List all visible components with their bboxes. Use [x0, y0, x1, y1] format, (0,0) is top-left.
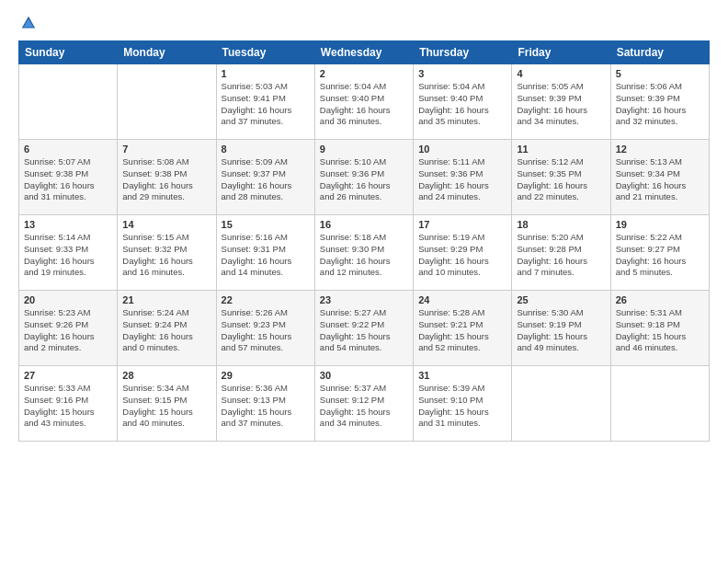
day-detail: Sunrise: 5:14 AM Sunset: 9:33 PM Dayligh… [24, 232, 112, 279]
day-detail: Sunrise: 5:13 AM Sunset: 9:34 PM Dayligh… [616, 156, 704, 203]
day-cell [610, 366, 709, 442]
day-cell: 7Sunrise: 5:08 AM Sunset: 9:38 PM Daylig… [118, 140, 216, 215]
day-cell: 5Sunrise: 5:06 AM Sunset: 9:39 PM Daylig… [610, 64, 709, 140]
week-row-4: 20Sunrise: 5:23 AM Sunset: 9:26 PM Dayli… [19, 291, 710, 366]
day-cell: 31Sunrise: 5:39 AM Sunset: 9:10 PM Dayli… [414, 366, 512, 442]
day-detail: Sunrise: 5:26 AM Sunset: 9:23 PM Dayligh… [222, 307, 310, 354]
day-number: 24 [418, 294, 506, 305]
day-number: 17 [418, 219, 506, 230]
day-detail: Sunrise: 5:07 AM Sunset: 9:38 PM Dayligh… [24, 156, 112, 203]
day-cell: 6Sunrise: 5:07 AM Sunset: 9:38 PM Daylig… [19, 140, 118, 215]
week-row-2: 6Sunrise: 5:07 AM Sunset: 9:38 PM Daylig… [19, 140, 710, 215]
day-number: 4 [517, 68, 605, 79]
day-cell: 8Sunrise: 5:09 AM Sunset: 9:37 PM Daylig… [216, 140, 314, 215]
day-number: 9 [320, 144, 408, 155]
day-cell: 17Sunrise: 5:19 AM Sunset: 9:29 PM Dayli… [414, 215, 512, 291]
day-detail: Sunrise: 5:06 AM Sunset: 9:39 PM Dayligh… [616, 81, 704, 128]
day-detail: Sunrise: 5:27 AM Sunset: 9:22 PM Dayligh… [320, 307, 408, 354]
day-detail: Sunrise: 5:24 AM Sunset: 9:24 PM Dayligh… [122, 307, 210, 354]
day-detail: Sunrise: 5:03 AM Sunset: 9:41 PM Dayligh… [222, 81, 310, 128]
day-cell: 20Sunrise: 5:23 AM Sunset: 9:26 PM Dayli… [19, 291, 118, 366]
day-number: 25 [517, 294, 605, 305]
day-number: 2 [320, 68, 408, 79]
day-number: 12 [616, 144, 704, 155]
day-number: 13 [24, 219, 112, 230]
day-cell: 15Sunrise: 5:16 AM Sunset: 9:31 PM Dayli… [216, 215, 314, 291]
weekday-header-sunday: Sunday [19, 41, 118, 64]
day-detail: Sunrise: 5:28 AM Sunset: 9:21 PM Dayligh… [418, 307, 506, 354]
day-number: 7 [122, 144, 210, 155]
week-row-1: 1Sunrise: 5:03 AM Sunset: 9:41 PM Daylig… [19, 64, 710, 140]
day-number: 15 [222, 219, 310, 230]
page: SundayMondayTuesdayWednesdayThursdayFrid… [0, 0, 728, 563]
day-cell: 1Sunrise: 5:03 AM Sunset: 9:41 PM Daylig… [216, 64, 314, 140]
day-cell: 29Sunrise: 5:36 AM Sunset: 9:13 PM Dayli… [216, 366, 314, 442]
day-number: 8 [222, 144, 310, 155]
day-cell: 9Sunrise: 5:10 AM Sunset: 9:36 PM Daylig… [314, 140, 413, 215]
day-number: 22 [222, 294, 310, 305]
day-number: 20 [24, 294, 112, 305]
calendar-table: SundayMondayTuesdayWednesdayThursdayFrid… [18, 40, 710, 442]
day-detail: Sunrise: 5:30 AM Sunset: 9:19 PM Dayligh… [517, 307, 605, 354]
day-number: 14 [122, 219, 210, 230]
day-detail: Sunrise: 5:18 AM Sunset: 9:30 PM Dayligh… [320, 232, 408, 279]
day-number: 31 [418, 370, 506, 381]
day-detail: Sunrise: 5:04 AM Sunset: 9:40 PM Dayligh… [418, 81, 506, 128]
day-detail: Sunrise: 5:11 AM Sunset: 9:36 PM Dayligh… [418, 156, 506, 203]
weekday-header-friday: Friday [512, 41, 610, 64]
day-cell: 24Sunrise: 5:28 AM Sunset: 9:21 PM Dayli… [414, 291, 512, 366]
day-cell [512, 366, 610, 442]
day-number: 16 [320, 219, 408, 230]
day-cell: 16Sunrise: 5:18 AM Sunset: 9:30 PM Dayli… [314, 215, 413, 291]
weekday-header-saturday: Saturday [610, 41, 709, 64]
week-row-5: 27Sunrise: 5:33 AM Sunset: 9:16 PM Dayli… [19, 366, 710, 442]
day-number: 10 [418, 144, 506, 155]
day-detail: Sunrise: 5:05 AM Sunset: 9:39 PM Dayligh… [517, 81, 605, 128]
day-detail: Sunrise: 5:12 AM Sunset: 9:35 PM Dayligh… [517, 156, 605, 203]
day-number: 28 [122, 370, 210, 381]
week-row-3: 13Sunrise: 5:14 AM Sunset: 9:33 PM Dayli… [19, 215, 710, 291]
day-cell: 3Sunrise: 5:04 AM Sunset: 9:40 PM Daylig… [414, 64, 512, 140]
day-detail: Sunrise: 5:16 AM Sunset: 9:31 PM Dayligh… [222, 232, 310, 279]
day-number: 6 [24, 144, 112, 155]
day-cell: 12Sunrise: 5:13 AM Sunset: 9:34 PM Dayli… [610, 140, 709, 215]
weekday-header-thursday: Thursday [414, 41, 512, 64]
day-cell: 18Sunrise: 5:20 AM Sunset: 9:28 PM Dayli… [512, 215, 610, 291]
day-cell: 14Sunrise: 5:15 AM Sunset: 9:32 PM Dayli… [118, 215, 216, 291]
day-number: 21 [122, 294, 210, 305]
day-cell [19, 64, 118, 140]
day-number: 1 [222, 68, 310, 79]
day-number: 19 [616, 219, 704, 230]
logo [18, 15, 37, 31]
day-detail: Sunrise: 5:37 AM Sunset: 9:12 PM Dayligh… [320, 383, 408, 430]
day-detail: Sunrise: 5:31 AM Sunset: 9:18 PM Dayligh… [616, 307, 704, 354]
day-detail: Sunrise: 5:36 AM Sunset: 9:13 PM Dayligh… [222, 383, 310, 430]
day-detail: Sunrise: 5:23 AM Sunset: 9:26 PM Dayligh… [24, 307, 112, 354]
logo-icon [20, 15, 37, 31]
day-number: 3 [418, 68, 506, 79]
day-number: 30 [320, 370, 408, 381]
weekday-header-tuesday: Tuesday [216, 41, 314, 64]
day-cell [118, 64, 216, 140]
day-number: 18 [517, 219, 605, 230]
day-cell: 10Sunrise: 5:11 AM Sunset: 9:36 PM Dayli… [414, 140, 512, 215]
day-detail: Sunrise: 5:09 AM Sunset: 9:37 PM Dayligh… [222, 156, 310, 203]
day-detail: Sunrise: 5:22 AM Sunset: 9:27 PM Dayligh… [616, 232, 704, 279]
day-cell: 30Sunrise: 5:37 AM Sunset: 9:12 PM Dayli… [314, 366, 413, 442]
header [18, 15, 710, 31]
day-detail: Sunrise: 5:33 AM Sunset: 9:16 PM Dayligh… [24, 383, 112, 430]
day-cell: 27Sunrise: 5:33 AM Sunset: 9:16 PM Dayli… [19, 366, 118, 442]
day-cell: 26Sunrise: 5:31 AM Sunset: 9:18 PM Dayli… [610, 291, 709, 366]
day-cell: 23Sunrise: 5:27 AM Sunset: 9:22 PM Dayli… [314, 291, 413, 366]
day-cell: 13Sunrise: 5:14 AM Sunset: 9:33 PM Dayli… [19, 215, 118, 291]
day-number: 27 [24, 370, 112, 381]
day-detail: Sunrise: 5:34 AM Sunset: 9:15 PM Dayligh… [122, 383, 210, 430]
day-cell: 25Sunrise: 5:30 AM Sunset: 9:19 PM Dayli… [512, 291, 610, 366]
day-detail: Sunrise: 5:08 AM Sunset: 9:38 PM Dayligh… [122, 156, 210, 203]
weekday-header-monday: Monday [118, 41, 216, 64]
day-cell: 4Sunrise: 5:05 AM Sunset: 9:39 PM Daylig… [512, 64, 610, 140]
day-detail: Sunrise: 5:10 AM Sunset: 9:36 PM Dayligh… [320, 156, 408, 203]
day-number: 11 [517, 144, 605, 155]
day-cell: 19Sunrise: 5:22 AM Sunset: 9:27 PM Dayli… [610, 215, 709, 291]
weekday-header-row: SundayMondayTuesdayWednesdayThursdayFrid… [19, 41, 710, 64]
